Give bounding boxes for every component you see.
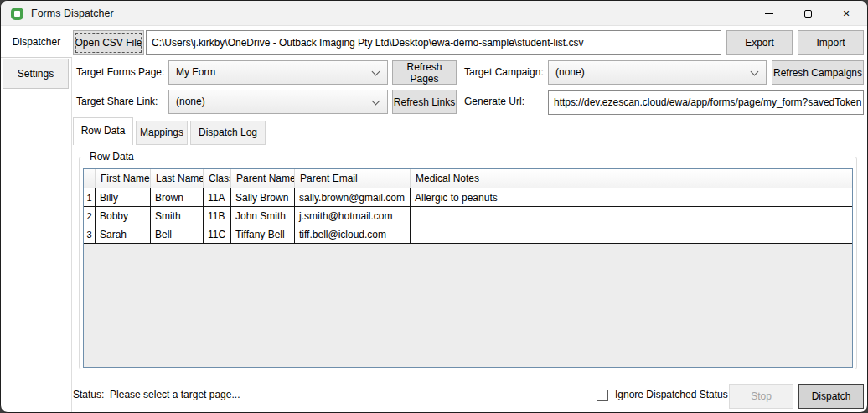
grid-cell[interactable]: Sarah [96,225,151,244]
target-campaign-value: (none) [555,66,585,78]
grid-header-row: First NameLast NameClassParent NameParen… [84,169,852,188]
app-window: Forms Dispatcher × Dispatcher Settings O… [0,0,868,413]
refresh-links-button[interactable]: Refresh Links [392,90,457,114]
grid-row-filler[interactable] [499,225,852,244]
minimize-button[interactable] [750,1,788,26]
row-data-grid-container: First NameLast NameClassParent NameParen… [83,168,853,368]
maximize-button[interactable] [788,1,827,26]
grid-cell[interactable]: j.smith@hotmail.com [295,207,411,225]
dispatch-button[interactable]: Dispatch [798,384,864,409]
grid-row: 3SarahBell11CTiffany Belltiff.bell@iclou… [84,225,852,244]
grid-row: 2BobbySmith11BJohn Smithj.smith@hotmail.… [84,207,852,225]
grid-column-header[interactable]: Last Name [151,169,204,188]
target-forms-page-value: My Form [176,66,215,78]
close-icon: × [843,8,850,19]
target-share-link-label: Target Share Link: [76,90,158,114]
target-forms-page-select[interactable]: My Form [168,60,388,85]
chevron-down-icon [751,68,759,76]
ignore-dispatched-status-label: Ignore Dispatched Status [615,389,728,400]
tab-row-data[interactable]: Row Data [73,117,133,145]
target-campaign-select[interactable]: (none) [548,60,767,85]
tab-mappings[interactable]: Mappings [136,121,188,145]
grid-column-header[interactable]: Medical Notes [411,169,499,188]
grid-cell[interactable]: Sally Brown [231,188,295,207]
grid-cell[interactable]: Billy [96,188,151,207]
status-message: Status: Please select a target page... [73,389,240,400]
target-share-link-value: (none) [176,96,205,107]
grid-cell[interactable]: 11B [204,207,231,225]
generate-url-input[interactable]: https://dev.ezescan.cloud/ewa/app/forms/… [548,90,864,115]
grid-row-filler[interactable] [499,207,852,225]
grid-column-header[interactable]: First Name [96,169,151,188]
grid-cell[interactable]: sally.brown@gmail.com [295,188,411,207]
title-bar[interactable]: Forms Dispatcher × [1,1,867,26]
grid-row-header[interactable]: 2 [84,207,96,225]
grid-cell[interactable]: 11C [204,225,231,244]
grid-header-filler[interactable] [499,169,852,188]
grid-cell[interactable]: Bell [151,225,204,244]
grid-column-header[interactable]: Parent Name [231,169,295,188]
row-data-grid: First NameLast NameClassParent NameParen… [84,169,852,244]
refresh-pages-button[interactable]: Refresh Pages [392,60,457,85]
app-logo-icon [11,8,23,20]
ignore-dispatched-status-checkbox[interactable] [597,390,608,401]
grid-cell[interactable]: Tiffany Bell [231,225,295,244]
sidebar-tab-dispatcher[interactable]: Dispatcher [1,27,72,58]
minimize-icon [765,13,773,14]
grid-row: 1BillyBrown11ASally Brownsally.brown@gma… [84,188,852,207]
grid-cell[interactable]: John Smith [231,207,295,225]
grid-cell[interactable]: tiff.bell@icloud.com [295,225,411,244]
import-button[interactable]: Import [798,30,864,55]
open-csv-file-button[interactable]: Open CSV File [73,30,144,55]
grid-cell[interactable]: Allergic to peanuts [411,188,499,207]
grid-cell[interactable]: Smith [151,207,204,225]
grid-column-header[interactable]: Class [204,169,231,188]
grid-cell[interactable]: Brown [151,188,204,207]
stop-button: Stop [729,384,793,409]
grid-row-header[interactable]: 1 [84,188,96,207]
chevron-down-icon [372,97,380,106]
maximize-icon [804,10,812,18]
grid-row-header[interactable]: 3 [84,225,96,244]
window-controls: × [750,1,865,26]
grid-column-header[interactable]: Parent Email [295,169,411,188]
target-campaign-label: Target Campaign: [464,60,544,85]
grid-corner-cell[interactable] [84,169,96,188]
status-label: Status: [73,389,104,400]
grid-cell[interactable]: 11A [204,188,231,207]
export-button[interactable]: Export [726,30,793,55]
chevron-down-icon [372,68,380,76]
generate-url-label: Generate Url: [464,90,524,114]
grid-cell[interactable] [411,207,499,225]
grid-cell[interactable] [411,225,499,244]
status-value: Please select a target page... [110,389,240,400]
refresh-campaigns-button[interactable]: Refresh Campaigns [772,60,864,85]
grid-body: 1BillyBrown11ASally Brownsally.brown@gma… [84,188,852,244]
target-forms-page-label: Target Forms Page: [76,60,164,85]
target-share-link-select[interactable]: (none) [168,90,388,114]
close-button[interactable]: × [827,1,865,26]
csv-file-path-input[interactable]: C:\Users\j.kirkby\OneDrive - Outback Ima… [146,30,721,55]
tab-dispatch-log[interactable]: Dispatch Log [190,121,266,145]
sidebar-tab-settings[interactable]: Settings [3,59,69,89]
sidebar-divider [71,57,72,412]
grid-cell[interactable]: Bobby [96,207,151,225]
grid-row-filler[interactable] [499,188,852,207]
window-title: Forms Dispatcher [31,1,114,26]
row-data-group-label: Row Data [86,151,137,163]
